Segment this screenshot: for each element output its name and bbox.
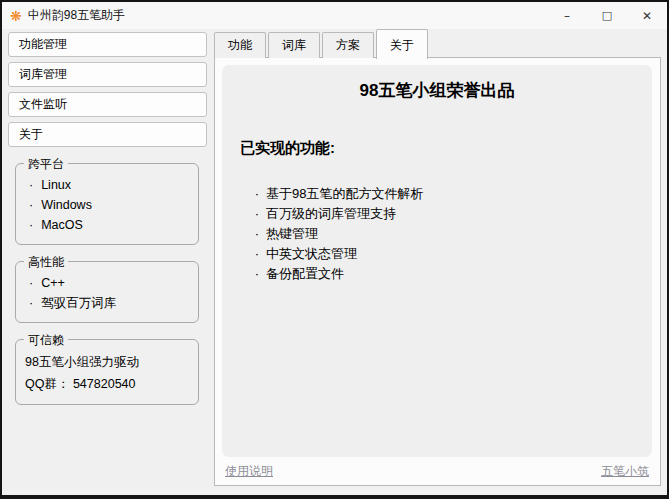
feature-label: 百万级的词库管理支持 bbox=[266, 204, 396, 224]
tab-function[interactable]: 功能 bbox=[214, 32, 266, 58]
group-item-label: MacOS bbox=[41, 218, 83, 232]
groupbox-trustworthy-title: 可信赖 bbox=[24, 332, 68, 349]
groupbox-high-performance-title: 高性能 bbox=[24, 254, 68, 271]
panel-footer: 使用说明 五笔小筑 bbox=[222, 457, 652, 481]
app-body: 功能管理 词库管理 文件监听 关于 跨平台 ·Linux ·Windows ·M… bbox=[2, 29, 667, 495]
tab-scheme[interactable]: 方案 bbox=[322, 32, 374, 58]
qq-group-number: QQ群： 547820540 bbox=[25, 373, 190, 395]
list-item: ·百万级的词库管理支持 bbox=[248, 204, 636, 224]
feature-list: ·基于98五笔的配方文件解析 ·百万级的词库管理支持 ·热键管理 ·中英文状态管… bbox=[248, 184, 636, 284]
list-item: ·Windows bbox=[25, 195, 190, 215]
tab-panel: 98五笔小组荣誉出品 已实现的功能: ·基于98五笔的配方文件解析 ·百万级的词… bbox=[214, 57, 661, 486]
list-item: ·C++ bbox=[25, 273, 190, 293]
bullet-dot: · bbox=[248, 224, 266, 244]
list-item: ·基于98五笔的配方文件解析 bbox=[248, 184, 636, 204]
group-item-label: Windows bbox=[41, 198, 92, 212]
group-item-label: Linux bbox=[41, 178, 71, 192]
bullet-dot: · bbox=[248, 244, 266, 264]
usage-help-link[interactable]: 使用说明 bbox=[225, 463, 273, 480]
tab-bar: 功能 词库 方案 关于 bbox=[214, 31, 661, 58]
app-flower-icon: ❋ bbox=[10, 9, 22, 23]
group-text-line: 98五笔小组强力驱动 bbox=[25, 351, 190, 373]
about-content: 98五笔小组荣誉出品 已实现的功能: ·基于98五笔的配方文件解析 ·百万级的词… bbox=[222, 65, 652, 457]
minimize-button[interactable]: – bbox=[547, 2, 587, 29]
wubi-home-link[interactable]: 五笔小筑 bbox=[601, 463, 649, 480]
tab-about[interactable]: 关于 bbox=[376, 29, 428, 59]
list-item: ·驾驭百万词库 bbox=[25, 293, 190, 313]
tab-dictionary[interactable]: 词库 bbox=[268, 32, 320, 58]
bullet-dot: · bbox=[29, 218, 33, 232]
sidebar-item-file-monitor[interactable]: 文件监听 bbox=[8, 92, 207, 117]
feature-label: 备份配置文件 bbox=[266, 264, 344, 284]
main-area: 功能 词库 方案 关于 98五笔小组荣誉出品 已实现的功能: ·基于98五笔的配… bbox=[212, 29, 667, 495]
bullet-dot: · bbox=[248, 184, 266, 204]
bullet-dot: · bbox=[248, 264, 266, 284]
list-item: ·热键管理 bbox=[248, 224, 636, 244]
sidebar-item-function-management[interactable]: 功能管理 bbox=[8, 32, 207, 57]
groupbox-cross-platform: 跨平台 ·Linux ·Windows ·MacOS bbox=[15, 163, 199, 245]
maximize-button[interactable]: □ bbox=[587, 2, 627, 29]
feature-label: 基于98五笔的配方文件解析 bbox=[266, 184, 423, 204]
window-title: 中州韵98五笔助手 bbox=[28, 7, 125, 24]
bullet-dot: · bbox=[248, 204, 266, 224]
close-button[interactable]: ✕ bbox=[627, 2, 667, 29]
sidebar: 功能管理 词库管理 文件监听 关于 跨平台 ·Linux ·Windows ·M… bbox=[2, 29, 212, 495]
title-bar: ❋ 中州韵98五笔助手 – □ ✕ bbox=[2, 2, 667, 29]
list-item: ·备份配置文件 bbox=[248, 264, 636, 284]
list-item: ·中英文状态管理 bbox=[248, 244, 636, 264]
list-item: ·Linux bbox=[25, 175, 190, 195]
bullet-dot: · bbox=[29, 198, 33, 212]
groupbox-trustworthy: 可信赖 98五笔小组强力驱动 QQ群： 547820540 bbox=[15, 339, 199, 405]
feature-label: 热键管理 bbox=[266, 224, 318, 244]
about-heading: 98五笔小组荣誉出品 bbox=[238, 79, 636, 102]
bullet-dot: · bbox=[29, 178, 33, 192]
groupbox-cross-platform-title: 跨平台 bbox=[24, 156, 68, 173]
about-subheading: 已实现的功能: bbox=[240, 139, 636, 158]
bullet-dot: · bbox=[29, 296, 33, 310]
group-item-label: C++ bbox=[41, 276, 65, 290]
group-item-label: 驾驭百万词库 bbox=[41, 296, 116, 310]
app-window: ❋ 中州韵98五笔助手 – □ ✕ 功能管理 词库管理 文件监听 关于 跨平台 … bbox=[0, 0, 669, 499]
bullet-dot: · bbox=[29, 276, 33, 290]
list-item: ·MacOS bbox=[25, 215, 190, 235]
sidebar-item-about[interactable]: 关于 bbox=[8, 122, 207, 147]
sidebar-item-dictionary-management[interactable]: 词库管理 bbox=[8, 62, 207, 87]
groupbox-high-performance: 高性能 ·C++ ·驾驭百万词库 bbox=[15, 261, 199, 323]
feature-label: 中英文状态管理 bbox=[266, 244, 357, 264]
